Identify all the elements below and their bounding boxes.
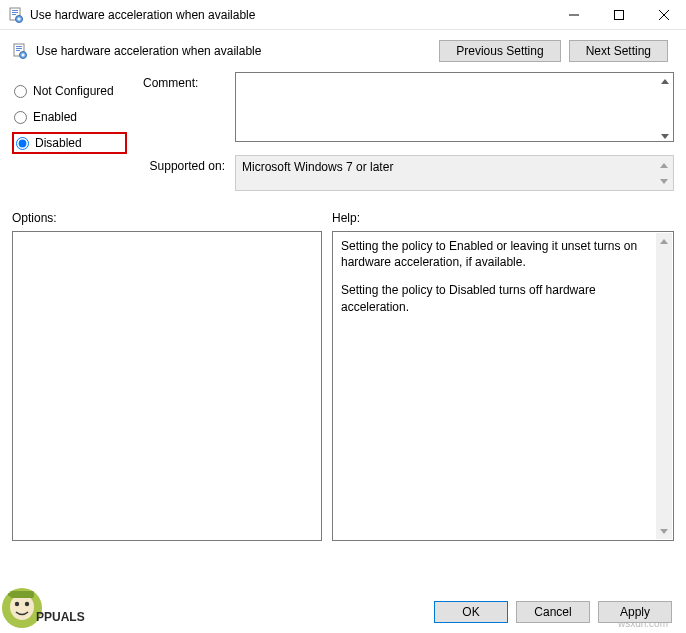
next-setting-button[interactable]: Next Setting xyxy=(569,40,668,62)
svg-rect-28 xyxy=(10,591,34,598)
appuals-logo: PPUALS xyxy=(0,573,130,633)
help-scrollbar[interactable] xyxy=(656,233,672,539)
supported-scroll xyxy=(656,157,672,189)
svg-rect-13 xyxy=(16,48,22,49)
help-text: Setting the policy to Enabled or leaving… xyxy=(341,238,653,315)
svg-point-26 xyxy=(15,602,19,606)
maximize-button[interactable] xyxy=(596,0,641,30)
header-row: Use hardware acceleration when available… xyxy=(0,30,686,68)
scroll-down-icon[interactable] xyxy=(656,173,672,189)
svg-text:PPUALS: PPUALS xyxy=(36,610,85,624)
svg-rect-17 xyxy=(22,54,25,55)
svg-line-10 xyxy=(659,10,669,20)
scroll-up-icon[interactable] xyxy=(656,233,672,249)
radio-enabled[interactable]: Enabled xyxy=(12,106,127,128)
nav-buttons: Previous Setting Next Setting xyxy=(439,40,668,62)
options-box xyxy=(12,231,322,541)
svg-rect-8 xyxy=(614,11,623,20)
svg-marker-21 xyxy=(660,179,668,184)
help-section: Help: Setting the policy to Enabled or l… xyxy=(332,211,674,541)
top-grid: Not Configured Enabled Disabled Comment: xyxy=(12,72,674,201)
supported-label: Supported on: xyxy=(143,155,225,173)
radio-not-configured[interactable]: Not Configured xyxy=(12,80,127,102)
ok-button[interactable]: OK xyxy=(434,601,508,623)
close-button[interactable] xyxy=(641,0,686,30)
radio-label: Not Configured xyxy=(33,84,114,98)
minimize-button[interactable] xyxy=(551,0,596,30)
comment-scroll xyxy=(657,73,673,144)
radio-enabled-input[interactable] xyxy=(14,111,27,124)
radio-label: Disabled xyxy=(35,136,82,150)
previous-setting-button[interactable]: Previous Setting xyxy=(439,40,560,62)
options-section: Options: xyxy=(12,211,322,541)
state-column: Not Configured Enabled Disabled xyxy=(12,72,127,201)
svg-rect-29 xyxy=(8,593,14,596)
policy-icon xyxy=(8,7,24,23)
svg-line-9 xyxy=(659,10,669,20)
radio-not-configured-input[interactable] xyxy=(14,85,27,98)
svg-marker-23 xyxy=(660,529,668,534)
window-title: Use hardware acceleration when available xyxy=(30,8,255,22)
svg-rect-12 xyxy=(16,46,22,47)
supported-value: Microsoft Windows 7 or later xyxy=(242,160,393,174)
help-paragraph: Setting the policy to Enabled or leaving… xyxy=(341,238,653,270)
svg-point-24 xyxy=(2,588,42,628)
options-label: Options: xyxy=(12,211,322,225)
scroll-up-icon[interactable] xyxy=(656,157,672,173)
footer-buttons: OK Cancel Apply xyxy=(434,601,672,623)
policy-icon xyxy=(12,43,28,59)
scroll-down-icon[interactable] xyxy=(657,128,673,144)
help-label: Help: xyxy=(332,211,674,225)
right-column: Comment: Supported on: Mic xyxy=(143,72,674,201)
svg-point-25 xyxy=(10,594,34,620)
svg-marker-18 xyxy=(661,79,669,84)
policy-title: Use hardware acceleration when available xyxy=(36,44,431,58)
svg-point-27 xyxy=(25,602,29,606)
comment-row: Comment: xyxy=(143,72,674,145)
svg-rect-14 xyxy=(16,50,20,51)
scroll-up-icon[interactable] xyxy=(657,73,673,89)
sections-row: Options: Help: Setting the policy to Ena… xyxy=(12,211,674,541)
svg-marker-20 xyxy=(660,163,668,168)
svg-marker-19 xyxy=(661,134,669,139)
scroll-down-icon[interactable] xyxy=(656,523,672,539)
cancel-button[interactable]: Cancel xyxy=(516,601,590,623)
svg-rect-1 xyxy=(12,10,18,11)
radio-disabled-input[interactable] xyxy=(16,137,29,150)
supported-row: Supported on: Microsoft Windows 7 or lat… xyxy=(143,155,674,191)
svg-rect-2 xyxy=(12,12,18,13)
window-controls xyxy=(551,0,686,29)
svg-rect-3 xyxy=(12,14,16,15)
supported-value-box: Microsoft Windows 7 or later xyxy=(235,155,674,191)
svg-rect-6 xyxy=(18,18,21,19)
help-box: Setting the policy to Enabled or leaving… xyxy=(332,231,674,541)
svg-marker-22 xyxy=(660,239,668,244)
comment-input[interactable] xyxy=(235,72,674,142)
radio-disabled[interactable]: Disabled xyxy=(12,132,127,154)
help-paragraph: Setting the policy to Disabled turns off… xyxy=(341,282,653,314)
apply-button[interactable]: Apply xyxy=(598,601,672,623)
titlebar: Use hardware acceleration when available xyxy=(0,0,686,30)
radio-label: Enabled xyxy=(33,110,77,124)
content: Not Configured Enabled Disabled Comment: xyxy=(0,68,686,545)
comment-label: Comment: xyxy=(143,72,225,90)
titlebar-left: Use hardware acceleration when available xyxy=(8,7,255,23)
